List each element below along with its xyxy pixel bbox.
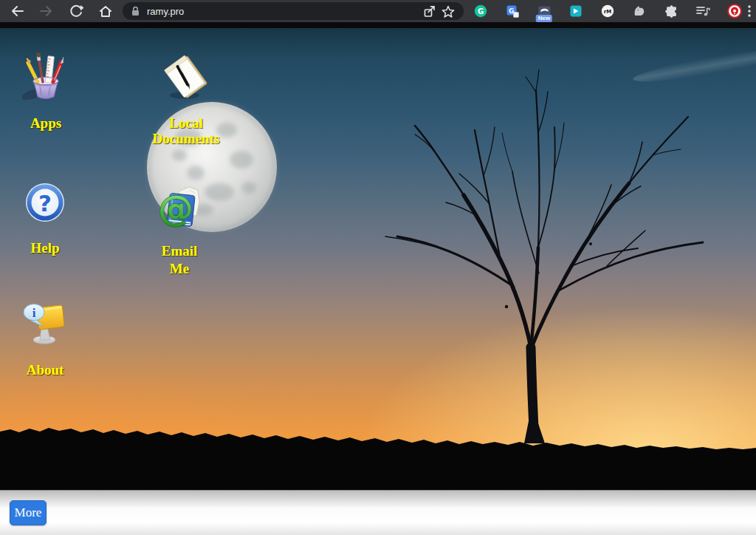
svg-text:?: ?: [38, 190, 52, 217]
back-icon[interactable]: [6, 0, 28, 22]
help-label: Help: [16, 240, 75, 256]
grammarly-icon[interactable]: G: [471, 0, 490, 22]
address-bar[interactable]: ramy.pro: [123, 2, 464, 20]
email-me-label-line1: Email: [150, 243, 209, 259]
extensions-puzzle-icon[interactable]: [662, 0, 681, 22]
forward-icon[interactable]: [35, 0, 58, 22]
tree-silhouette: [369, 59, 716, 443]
home-icon[interactable]: [94, 0, 117, 22]
extensions-row: G G New rM: [471, 0, 744, 22]
club-badge-icon[interactable]: [725, 0, 744, 22]
more-button[interactable]: More: [10, 500, 47, 525]
desktop-icon-apps[interactable]: Apps: [16, 52, 75, 131]
pen-cup-icon: [22, 52, 69, 100]
google-translate-icon[interactable]: G: [503, 0, 522, 22]
about-label: About: [16, 362, 75, 378]
page-footer: More: [0, 490, 756, 535]
share-icon[interactable]: [419, 3, 439, 19]
remarkable-icon[interactable]: rM: [598, 0, 617, 22]
reload-icon[interactable]: [65, 0, 87, 22]
playlist-music-icon[interactable]: [693, 0, 712, 22]
desktop-icon-about[interactable]: i About: [16, 301, 75, 378]
email-me-label-line2: Me: [150, 261, 209, 276]
new-extension-icon[interactable]: New: [535, 0, 554, 22]
svg-text:@: @: [158, 188, 193, 229]
desktop-icon-local-documents[interactable]: Local Documents: [140, 55, 232, 146]
download-manager-icon[interactable]: [566, 0, 585, 22]
svg-text:G: G: [478, 7, 484, 16]
bookmark-star-icon[interactable]: [439, 3, 458, 19]
ground-silhouette: [0, 420, 756, 490]
question-mark-icon: ?: [24, 182, 66, 223]
browser-toolbar: ramy.pro G G New rM: [0, 0, 756, 22]
svg-text:rM: rM: [604, 9, 611, 15]
browser-menu-icon[interactable]: [744, 0, 755, 22]
local-documents-label-line1: Local: [140, 115, 232, 131]
svg-text:i: i: [32, 306, 36, 320]
wallpaper-top-edge: [0, 22, 756, 28]
email-at-icon: @: [157, 181, 202, 233]
desktop-icon-help[interactable]: ? Help: [16, 182, 75, 256]
new-badge: New: [536, 15, 552, 22]
local-documents-label-line2: Documents: [140, 131, 232, 146]
lock-icon: [130, 5, 141, 17]
info-sign-icon: i: [21, 301, 69, 346]
desktop-wallpaper: Apps Local Documents ?: [0, 22, 756, 490]
desktop-icon-email-me[interactable]: @ Email Me: [150, 181, 209, 276]
dog-icon[interactable]: [630, 0, 649, 22]
url-text: ramy.pro: [147, 6, 184, 17]
notepad-icon: [162, 55, 210, 100]
apps-label: Apps: [16, 115, 75, 131]
